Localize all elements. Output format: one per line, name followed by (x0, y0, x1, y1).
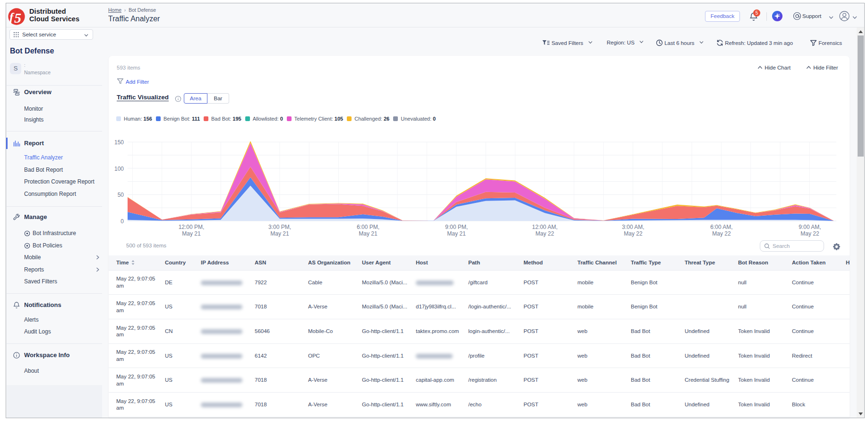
svg-text:5: 5 (14, 10, 21, 25)
